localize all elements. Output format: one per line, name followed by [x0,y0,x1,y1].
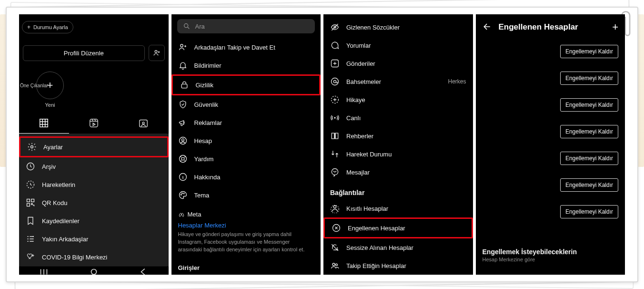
unblock-button[interactable]: Engellemeyi Kaldır [560,205,618,218]
profile-menu-item-ayarlar[interactable]: Ayarlar [19,136,169,157]
profile-menu-item-kaydedilenler[interactable]: Kaydedilenler [19,212,169,230]
unblock-button[interactable]: Engellemeyi Kaldır [560,98,618,112]
nav-recent-button[interactable] [39,267,49,275]
svg-point-21 [181,194,181,195]
suggest-title: Engellemek İsteyebileceklerin [476,241,625,257]
settings-item-label: Hesap [194,137,314,144]
meta-section: Meta [171,204,321,219]
new-highlight-label: Yeni [45,102,55,108]
svg-point-22 [181,193,182,194]
privacy-item-hareket-durumu[interactable]: Hareket Durumu [323,145,473,163]
privacy-item-hikaye[interactable]: Hikaye [323,91,473,109]
add-blocked-button[interactable]: + [612,21,618,33]
palette-icon [178,190,188,200]
reels-icon [89,118,99,128]
book-icon [330,131,340,141]
unblock-button[interactable]: Engellemeyi Kaldır [560,125,618,138]
settings-search[interactable]: Ara [177,19,315,33]
profile-menu-item-label: Arşiv [42,163,162,170]
svg-rect-10 [27,204,30,206]
screenshot-3: Gizlenen SözcüklerYorumlarGönderilerBahs… [323,14,473,275]
connections-item-label: Sessize Alınan Hesaplar [346,244,466,251]
highlights-caption: Öne Çıkanlar [19,83,48,88]
privacy-item-label: Mesajlar [346,169,466,176]
qr-icon [26,198,35,207]
settings-item-arkada-lar-takip-ve-davet-et[interactable]: Arkadaşları Takip ve Davet Et [171,38,321,56]
logins-section-header: Girişler [171,259,321,272]
tab-reels[interactable] [69,113,119,134]
profile-menu-item-yak-n-arkada-lar[interactable]: Yakın Arkadaşlar [19,230,169,248]
privacy-item-bahsetmeler[interactable]: BahsetmelerHerkes [323,72,473,91]
screenshot-2: Ara Arkadaşları Takip ve Davet EtBildiri… [171,14,321,275]
profile-menu-item-qr-kodu[interactable]: QR Kodu [19,194,169,212]
bookmark-icon [26,216,35,226]
unblock-button[interactable]: Engellemeyi Kaldır [560,72,618,85]
unblock-button[interactable]: Engellemeyi Kaldır [560,45,618,58]
connections-item-label: Takip Ettiğin Hesaplar [346,262,466,269]
heart-plus-icon [26,252,35,262]
settings-item-gizlilik[interactable]: Gizlilik [171,74,321,95]
privacy-item-gizlenen-s-zc-kler[interactable]: Gizlenen Sözcükler [323,18,473,36]
settings-item-yard-m[interactable]: Yardım [171,150,321,168]
nav-back-button[interactable] [138,267,149,275]
svg-point-34 [332,263,335,266]
settings-item-label: Tema [194,192,314,199]
connections-item-takip-etti-in-hesaplar[interactable]: Takip Ettiğin Hesaplar [323,257,473,275]
life-ring-icon [178,154,188,164]
tab-grid[interactable] [19,113,69,134]
settings-item-g-venlik[interactable]: Güvenlik [171,95,321,114]
settings-item-bildirimler[interactable]: Bildirimler [171,56,321,74]
privacy-item-label: Gizlenen Sözcükler [346,24,466,31]
settings-item-hakk-nda[interactable]: Hakkında [171,168,321,186]
android-nav-bar [19,266,169,275]
profile-menu-item-covid-19-bilgi-merkezi[interactable]: COVID-19 Bilgi Merkezi [19,248,169,266]
tab-tagged[interactable] [119,113,169,134]
suggest-subtitle: Hesap Merkezine göre [476,257,625,262]
back-button[interactable] [483,22,492,33]
search-placeholder: Ara [195,23,205,30]
privacy-item-yorumlar[interactable]: Yorumlar [323,36,473,54]
accounts-center-desc: Hikaye ve gönderi paylaşımı ve giriş yap… [171,231,321,259]
discover-people-button[interactable] [149,45,165,61]
screenshots-row: + Durumu Ayarla Profili Düzenle + Yeni Ö… [19,14,625,275]
settings-item-hesap[interactable]: Hesap [171,132,321,150]
unblock-button[interactable]: Engellemeyi Kaldır [560,178,618,192]
svg-rect-1 [40,119,48,127]
profile-menu-item-hareketlerin[interactable]: Hareketlerin [19,175,169,194]
settings-list: Arkadaşları Takip ve Davet EtBildirimler… [171,38,321,204]
profile-menu-item-label: Hareketlerin [42,181,162,188]
connections-item-sessize-al-nan-hesaplar[interactable]: Sessize Alınan Hesaplar [323,238,473,257]
set-status-button[interactable]: + Durumu Ayarla [22,21,73,33]
new-highlight[interactable]: + Yeni [29,72,71,108]
svg-point-4 [142,122,144,124]
accounts-center-link[interactable]: Hesaplar Merkezi [171,219,321,231]
screenshot-4: Engellenen Hesaplar + Engellemeyi Kaldır… [476,14,625,275]
connections-item-k-s-tl-hesaplar[interactable]: Kısıtlı Hesaplar [323,199,473,217]
connections-item-engellenen-hesaplar[interactable]: Engellenen Hesaplar [323,217,473,238]
privacy-item-g-nderiler[interactable]: Gönderiler [323,54,473,72]
connections-item-label: Kısıtlı Hesaplar [346,205,466,212]
connections-list: Kısıtlı HesaplarEngellenen HesaplarSessi… [323,199,473,275]
privacy-list: Gizlenen SözcüklerYorumlarGönderilerBahs… [323,14,473,181]
svg-point-0 [155,51,157,53]
settings-item-tema[interactable]: Tema [171,186,321,204]
settings-item-label: Bildirimler [194,62,314,69]
settings-item-reklamlar[interactable]: Reklamlar [171,114,321,132]
edit-profile-button[interactable]: Profili Düzenle [23,45,145,61]
eye-off-icon [330,22,340,32]
privacy-item-rehberler[interactable]: Rehberler [323,127,473,145]
svg-rect-3 [140,120,148,127]
msg-icon [330,167,340,177]
settings-item-label: Reklamlar [194,119,314,126]
profile-tabs [19,113,169,134]
nav-home-button[interactable] [89,267,99,275]
arrows-icon [330,149,340,159]
privacy-item-canl-[interactable]: Canlı [323,109,473,127]
svg-point-17 [181,139,184,141]
profile-menu-item-ar-iv[interactable]: Arşiv [19,157,169,175]
user-plus-icon [178,42,188,52]
unblock-button[interactable]: Engellemeyi Kaldır [560,152,618,165]
privacy-item-mesajlar[interactable]: Mesajlar [323,163,473,181]
blocked-row: Engellemeyi Kaldır [476,198,625,225]
blocked-row: Engellemeyi Kaldır [476,38,625,65]
